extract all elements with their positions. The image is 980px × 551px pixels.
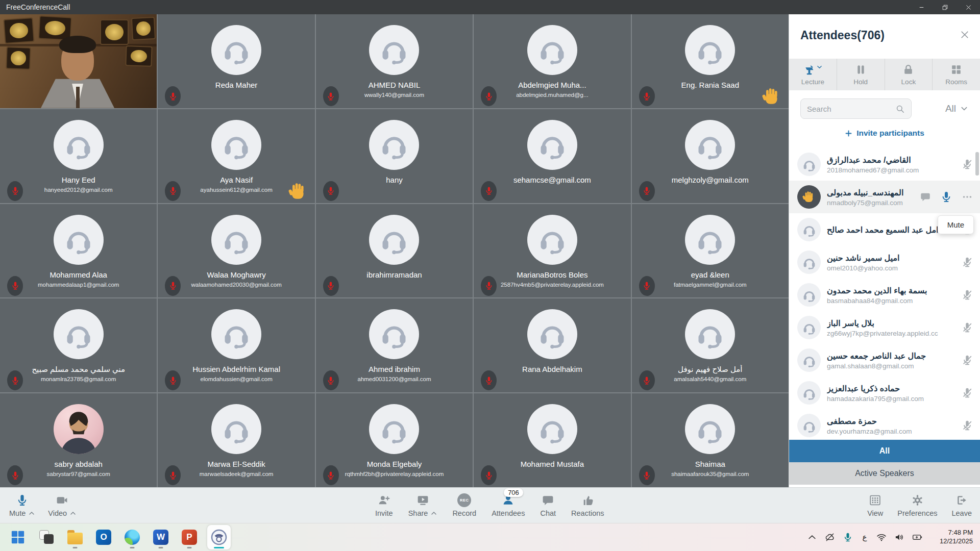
- participant-tile[interactable]: Marwa El-Seddik marwaelsadeek@gmail.com: [158, 393, 314, 487]
- file-explorer-button[interactable]: [64, 525, 86, 549]
- attendee-name: اميل سمير ناشد حنين: [827, 253, 955, 263]
- mic-muted-icon[interactable]: [962, 159, 973, 170]
- participant-tile[interactable]: Abdelmgied Muha... abdelmgied.muhamed@g.…: [474, 14, 630, 108]
- lock-label: Lock: [901, 78, 916, 86]
- attendee-row[interactable]: القاضي/ محمد عبدالرازق 2018mohamed67@gma…: [789, 148, 980, 181]
- attendee-list-scrollbar[interactable]: [975, 152, 979, 176]
- restore-button[interactable]: [933, 0, 957, 14]
- participant-tile[interactable]: hany: [316, 109, 473, 203]
- battery-icon[interactable]: [912, 532, 922, 542]
- chevron-up-icon[interactable]: [70, 510, 76, 516]
- share-button[interactable]: Share: [408, 492, 437, 517]
- mic-muted-icon[interactable]: [962, 387, 973, 398]
- mic-muted-icon[interactable]: [962, 355, 973, 366]
- microphone-in-use-icon[interactable]: [843, 532, 853, 542]
- participant-tile[interactable]: Walaa Moghawry walaamohamed20030@gmail.c…: [158, 204, 314, 298]
- participant-tile[interactable]: Eng. Rania Saad: [632, 14, 789, 108]
- edge-button[interactable]: [121, 525, 143, 549]
- view-button[interactable]: View: [867, 492, 883, 517]
- leave-button[interactable]: Leave: [951, 492, 972, 517]
- close-button[interactable]: [957, 0, 980, 14]
- participant-tile[interactable]: Aya Nasif ayahussein612@gmail.com: [158, 109, 314, 203]
- mute-button[interactable]: Mute: [9, 492, 35, 517]
- hold-button[interactable]: Hold: [837, 59, 885, 90]
- video-label: Video: [48, 509, 67, 517]
- participant-tile[interactable]: melghzoly@gmail.com: [632, 109, 789, 203]
- chevron-up-icon[interactable]: [431, 510, 437, 516]
- attendee-row-hovered[interactable]: المهندسه_نبيله مدبولى nmadboly75@gmail.c…: [789, 181, 980, 213]
- lock-button[interactable]: Lock: [885, 59, 933, 90]
- participant-tile[interactable]: Hussien Abdelrhim Kamal elomdahussien@gm…: [158, 298, 314, 392]
- participant-tile[interactable]: مني سلمي محمد مسلم صبيح monamlra23785@gm…: [0, 298, 157, 392]
- muted-mic-icon: [481, 181, 497, 201]
- attendees-button[interactable]: 706 Attendees: [492, 492, 525, 517]
- participant-tile[interactable]: Hany Eed hanyeed2012@gmail.com: [0, 109, 157, 203]
- participant-tile[interactable]: Rana Abdelhakim: [474, 298, 630, 392]
- chat-label: Chat: [540, 509, 556, 517]
- chat-bubble-icon: [542, 494, 554, 507]
- participant-tile-video[interactable]: [0, 14, 157, 108]
- lecture-button[interactable]: Lecture: [789, 59, 837, 90]
- speaker-icon[interactable]: [894, 532, 904, 542]
- invite-participants-link[interactable]: Invite participants: [789, 129, 980, 138]
- attendee-row[interactable]: اميل سمير ناشد حنين omel2010@yahoo.com: [789, 246, 980, 279]
- more-options-icon[interactable]: [962, 191, 973, 203]
- participant-tile[interactable]: Ahmed ibrahim ahmed0031200@gmail.com: [316, 298, 473, 392]
- participant-tile[interactable]: Shaimaa shaimaafarouk35@gmail.com: [632, 393, 789, 487]
- outlook-button[interactable]: O: [93, 525, 114, 549]
- rooms-button[interactable]: Rooms: [932, 59, 980, 90]
- plus-icon: [845, 130, 852, 137]
- invite-button[interactable]: Invite: [375, 492, 393, 517]
- participant-tile[interactable]: AHMED NABIL wwally140@gmail.com: [316, 14, 473, 108]
- participant-tile[interactable]: ibrahimramadan: [316, 204, 473, 298]
- minimize-button[interactable]: [910, 0, 933, 14]
- mic-muted-icon[interactable]: [962, 420, 973, 431]
- participant-tile[interactable]: sehamcse@gmail.com: [474, 109, 630, 203]
- mic-muted-icon[interactable]: [962, 322, 973, 333]
- participant-tile[interactable]: sabry abdalah sabrystar97@gmail.com: [0, 393, 157, 487]
- attendee-name: المهندسه_نبيله مدبولى: [827, 188, 914, 197]
- clock[interactable]: 7:48 PM 12/21/2025: [930, 529, 973, 546]
- attendee-row[interactable]: حماده ذكريا عبدالعزيز hamadazakaria795@g…: [789, 377, 980, 409]
- language-indicator[interactable]: ع: [861, 533, 869, 542]
- participant-tile[interactable]: MarianaBotros Boles 2587hv4mb5@privatere…: [474, 204, 630, 298]
- chevron-up-icon[interactable]: [29, 510, 35, 516]
- headset-avatar-icon: [369, 120, 419, 170]
- participant-tile[interactable]: Reda Maher: [158, 14, 314, 108]
- attendee-row[interactable]: حمزة مصطفى dev.yourhamza@gmail.com: [789, 409, 980, 442]
- mic-muted-icon[interactable]: [962, 257, 973, 268]
- task-view-button[interactable]: [36, 525, 57, 549]
- hidden-icons-button[interactable]: [807, 532, 817, 542]
- minimize-icon: [918, 4, 925, 11]
- mic-muted-icon[interactable]: [962, 289, 973, 300]
- participant-tile[interactable]: eyad &leen fatmaelgammel@gmail.com: [632, 204, 789, 298]
- participant-tile[interactable]: أمل صلاح فهيم نوفل amalsalah5440@gmail.c…: [632, 298, 789, 392]
- attendee-filter-dropdown[interactable]: All: [945, 103, 971, 114]
- search-input[interactable]: [807, 105, 895, 113]
- record-button[interactable]: REC Record: [452, 492, 476, 517]
- panel-close-button[interactable]: [960, 30, 971, 41]
- participant-name: eyad &leen: [635, 270, 786, 279]
- start-button[interactable]: [7, 525, 29, 549]
- reactions-button[interactable]: Reactions: [571, 492, 604, 517]
- mic-active-icon[interactable]: [940, 191, 952, 203]
- powerpoint-button[interactable]: P: [179, 525, 200, 549]
- chat-bubble-icon[interactable]: [920, 191, 931, 203]
- attendee-row[interactable]: بلال ياسر الباز zg66wyj7kp@privaterelay.…: [789, 311, 980, 344]
- onedrive-paused-icon[interactable]: [825, 532, 835, 542]
- tab-all[interactable]: All: [789, 440, 980, 462]
- participant-tile[interactable]: Mohammed Alaa mohammedalaap1@gmail.com: [0, 204, 157, 298]
- headset-avatar-icon: [797, 414, 821, 437]
- chat-button[interactable]: Chat: [540, 492, 556, 517]
- freeconferencecall-taskbar-button[interactable]: [207, 525, 231, 549]
- attendee-row[interactable]: بسمة بهاء الدين محمد حمدون basmabahaa84@…: [789, 279, 980, 311]
- tab-active-speakers[interactable]: Active Speakers: [789, 462, 980, 485]
- attendee-row[interactable]: جمال عبد الناصر جمعه حسين gamal.shalaan8…: [789, 344, 980, 377]
- lecture-label: Lecture: [801, 78, 824, 86]
- word-button[interactable]: W: [150, 525, 172, 549]
- preferences-button[interactable]: Preferences: [897, 492, 937, 517]
- wifi-icon[interactable]: [876, 532, 887, 542]
- participant-tile[interactable]: Mohamed Mustafa: [474, 393, 630, 487]
- video-button[interactable]: Video: [48, 492, 76, 517]
- participant-tile[interactable]: Monda Elgebaly rqthmhf2bh@privaterelay.a…: [316, 393, 473, 487]
